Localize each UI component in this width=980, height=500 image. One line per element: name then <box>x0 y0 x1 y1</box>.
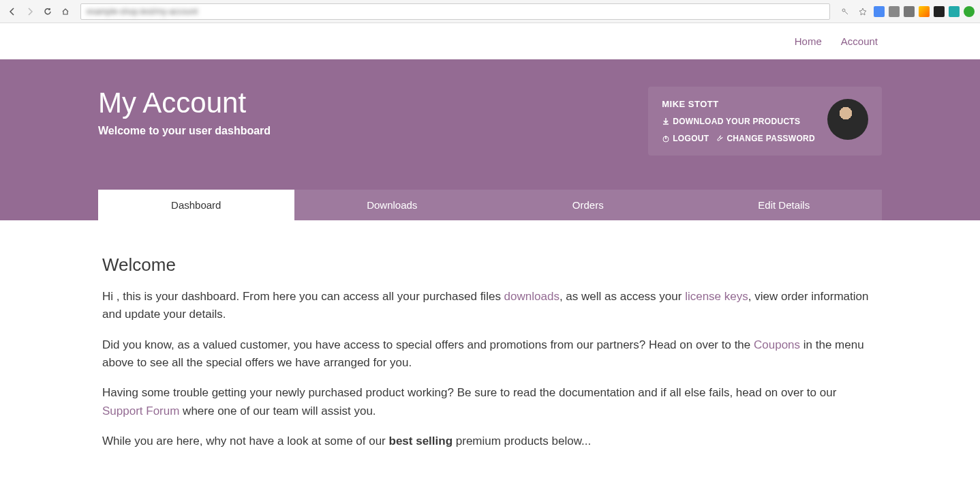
forward-button[interactable] <box>23 5 37 18</box>
extension-icon[interactable] <box>934 6 945 17</box>
extension-icon[interactable] <box>904 6 915 17</box>
account-tabs: Dashboard Downloads Orders Edit Details <box>98 190 882 220</box>
browser-chrome: example-shop.test/my-account <box>0 0 980 23</box>
tab-edit-details[interactable]: Edit Details <box>686 190 883 220</box>
nav-home[interactable]: Home <box>795 35 822 47</box>
main-content: Welcome Hi , this is your dashboard. Fro… <box>98 220 882 490</box>
welcome-heading: Welcome <box>102 254 878 276</box>
back-button[interactable] <box>5 5 19 18</box>
nav-account[interactable]: Account <box>841 35 878 47</box>
download-products-link[interactable]: DOWNLOAD YOUR PRODUCTS <box>662 117 800 126</box>
address-bar[interactable]: example-shop.test/my-account <box>80 3 830 20</box>
top-navigation: Home Account <box>0 23 980 59</box>
user-name: MIKE STOTT <box>662 99 815 109</box>
svg-point-0 <box>842 9 845 12</box>
best-selling-text: best selling <box>389 435 453 447</box>
extension-icons <box>874 6 975 17</box>
extension-icon[interactable] <box>919 6 930 17</box>
download-icon <box>662 117 670 126</box>
extension-icon[interactable] <box>889 6 900 17</box>
tab-downloads[interactable]: Downloads <box>294 190 491 220</box>
url-text: example-shop.test/my-account <box>87 7 198 16</box>
bestselling-paragraph: While you are here, why not have a look … <box>102 432 878 450</box>
key-icon[interactable] <box>838 5 852 18</box>
license-keys-link[interactable]: license keys <box>685 290 748 303</box>
extension-icon[interactable] <box>949 6 960 17</box>
avatar[interactable] <box>827 99 868 140</box>
star-icon[interactable] <box>856 5 870 18</box>
reload-button[interactable] <box>41 5 55 18</box>
hero-banner: My Account Welcome to your user dashboar… <box>0 59 980 220</box>
support-forum-link[interactable]: Support Forum <box>102 405 179 417</box>
logout-link[interactable]: LOGOUT <box>662 134 709 143</box>
tab-orders[interactable]: Orders <box>490 190 686 220</box>
change-password-link[interactable]: CHANGE PASSWORD <box>716 134 815 143</box>
support-paragraph: Having some trouble getting your newly p… <box>102 384 878 420</box>
intro-paragraph: Hi , this is your dashboard. From here y… <box>102 288 878 324</box>
coupons-link[interactable]: Coupons <box>754 338 800 351</box>
wrench-icon <box>716 134 724 143</box>
home-button[interactable] <box>59 5 72 18</box>
tab-dashboard[interactable]: Dashboard <box>98 190 294 220</box>
page-title: My Account <box>98 87 271 119</box>
page-subtitle: Welcome to your user dashboard <box>98 125 271 137</box>
user-panel: MIKE STOTT DOWNLOAD YOUR PRODUCTS LOGOUT… <box>648 87 882 156</box>
power-icon <box>662 134 670 143</box>
downloads-link[interactable]: downloads <box>504 290 560 303</box>
extension-icon[interactable] <box>874 6 885 17</box>
coupons-paragraph: Did you know, as a valued customer, you … <box>102 336 878 372</box>
extension-icon[interactable] <box>964 6 975 17</box>
